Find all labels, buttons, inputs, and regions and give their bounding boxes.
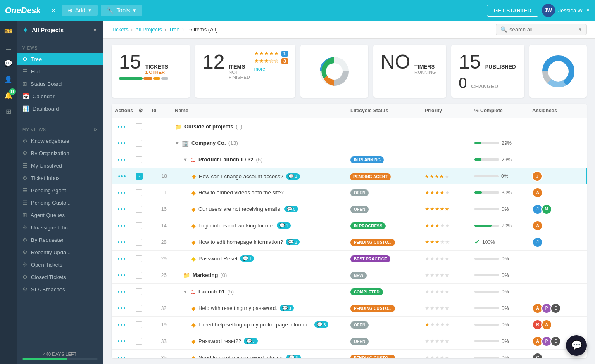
- assignee-avatar: C: [550, 336, 561, 347]
- search-input[interactable]: [509, 26, 576, 33]
- col-settings[interactable]: ⚙: [132, 108, 149, 113]
- status-badge: OPEN: [350, 338, 369, 345]
- row-checkbox[interactable]: [136, 288, 142, 295]
- sidebar-item-pending-custo[interactable]: ☰ Pending Custo...: [17, 196, 103, 209]
- search-box[interactable]: 🔍 ▼: [496, 24, 587, 35]
- tickets-labels: TICKETS 1 OTHER: [145, 64, 168, 75]
- assignee-avatar: J: [532, 237, 543, 248]
- add-button[interactable]: ⊕ Add ▼: [62, 5, 98, 16]
- add-icon: ⊕: [68, 7, 73, 14]
- project-selector-area[interactable]: ✦ All Projects ▼: [17, 21, 103, 40]
- collapse-sidebar-button[interactable]: «: [48, 5, 59, 16]
- table-row[interactable]: ••• 14 ◆ Login info is not working for m…: [112, 217, 587, 234]
- assignee-avatar: J: [532, 171, 543, 182]
- row-checkbox[interactable]: [136, 305, 142, 312]
- row-checkbox[interactable]: [136, 156, 142, 163]
- table-row[interactable]: ••• 29 ◆ Password Reset 💬1 BEST PRACTICE…: [112, 251, 587, 267]
- tickets-icon[interactable]: 🎫: [2, 25, 15, 38]
- sidebar-item-pending-agent[interactable]: ☰ Pending Agent: [17, 184, 103, 196]
- table-row[interactable]: ••• 32 ◆ Help with resetting my password…: [112, 300, 587, 317]
- my-views-section: MY VIEWS ⚙ ⚙ Knowledgebase ⚙ By Organiza…: [17, 122, 103, 299]
- row-checkbox[interactable]: [136, 189, 142, 196]
- row-checkbox-cell: ✓: [133, 170, 149, 182]
- tickets-count: 15 TICKETS 1 OTHER: [119, 50, 168, 80]
- row-actions[interactable]: •••: [112, 137, 132, 149]
- user-dropdown-icon[interactable]: ▼: [586, 8, 590, 13]
- message-badge: 💬1: [240, 255, 254, 262]
- row-id: [149, 157, 171, 162]
- sidebar-item-sla-breaches[interactable]: ⚙ SLA Breaches: [17, 283, 103, 295]
- sidebar-item-status-board[interactable]: ⊞ Status Board: [17, 78, 103, 90]
- sidebar-item-unassigned-tic[interactable]: ⚙ Unassigned Tic...: [17, 221, 103, 234]
- row-checkbox[interactable]: ✓: [136, 173, 143, 180]
- timers-stat-card: NO TIMERS RUNNING: [373, 45, 446, 98]
- messages-icon[interactable]: 💬: [2, 57, 15, 70]
- sidebar-item-knowledgebase[interactable]: ⚙ Knowledgebase: [17, 135, 103, 147]
- row-checkbox[interactable]: [136, 272, 142, 279]
- chat-button[interactable]: 💬: [566, 335, 587, 356]
- sidebar-item-calendar[interactable]: 📅 Calendar: [17, 90, 103, 102]
- get-started-button[interactable]: GET STARTED: [487, 5, 538, 17]
- svg-point-1: [326, 63, 343, 80]
- search-dropdown-icon[interactable]: ▼: [578, 27, 582, 32]
- row-checkbox[interactable]: [136, 206, 142, 213]
- row-checkbox[interactable]: [136, 222, 142, 229]
- sidebar-item-closed-tickets[interactable]: ⚙ Closed Tickets: [17, 271, 103, 283]
- row-checkbox[interactable]: [136, 123, 142, 130]
- sidebar-item-dashboard[interactable]: 📊 Dashboard: [17, 102, 103, 115]
- users-icon[interactable]: 👤: [2, 73, 15, 86]
- my-unsolved-icon: ☰: [22, 162, 28, 169]
- message-badge: 💬3: [314, 321, 328, 328]
- sidebar-item-ticket-inbox[interactable]: ⚙ Ticket Inbox: [17, 172, 103, 184]
- table-row[interactable]: ••• 28 ◆ How to edit homepage informatio…: [112, 234, 587, 251]
- row-checkbox[interactable]: [136, 321, 142, 328]
- breadcrumb-items: 16 items (All): [186, 26, 218, 33]
- tickets-table: Actions ⚙ Id Name Lifecycle Status Prior…: [112, 104, 587, 358]
- row-checkbox[interactable]: [136, 255, 142, 262]
- project-selector[interactable]: ✦ All Projects ▼: [22, 26, 98, 35]
- assignee-avatar: A: [532, 220, 543, 231]
- recently-updated-icon: ⚙: [22, 249, 28, 255]
- row-id: 18: [149, 171, 172, 182]
- sidebar-item-open-tickets[interactable]: ⚙ Open Tickets: [17, 258, 103, 271]
- table-row[interactable]: ••• 16 ◆ Our users are not receiving ema…: [112, 201, 587, 217]
- sidebar-item-agent-queues[interactable]: ⊞ Agent Queues: [17, 209, 103, 221]
- apps-grid-icon[interactable]: ⊞: [3, 105, 14, 118]
- dashboard-icon: 📊: [22, 105, 29, 112]
- sidebar-item-flat[interactable]: ☰ Flat: [17, 65, 103, 78]
- search-icon: 🔍: [500, 26, 507, 33]
- sidebar-item-recently-updated[interactable]: ⚙ Recently Upda...: [17, 246, 103, 258]
- row-checkbox[interactable]: [136, 338, 142, 345]
- row-checkbox-cell: [132, 137, 149, 149]
- sidebar-item-tree[interactable]: ⚙ Tree: [17, 53, 103, 65]
- breadcrumb-tickets[interactable]: Tickets: [112, 26, 129, 33]
- breadcrumb-all-projects[interactable]: All Projects: [135, 26, 162, 33]
- table-row[interactable]: ••• ✓ 18 ◆ How can I change account acce…: [112, 168, 587, 184]
- my-views-settings-icon[interactable]: ⚙: [93, 128, 98, 132]
- row-actions[interactable]: •••: [112, 154, 132, 165]
- column-settings-icon[interactable]: ⚙: [138, 108, 143, 113]
- row-actions[interactable]: •••: [112, 170, 133, 182]
- col-assignees: Assignees: [529, 108, 587, 113]
- notifications-icon[interactable]: 🔔 38: [2, 89, 15, 102]
- sidebar-item-by-organization[interactable]: ⚙ By Organization: [17, 147, 103, 159]
- more-link[interactable]: more: [254, 66, 288, 72]
- row-checkbox[interactable]: [136, 239, 142, 246]
- row-actions[interactable]: •••: [112, 121, 132, 132]
- table-row[interactable]: ••• 19 ◆ I need help setting up my profi…: [112, 317, 587, 333]
- sidebar-item-my-unsolved[interactable]: ☰ My Unsolved: [17, 159, 103, 172]
- flat-icon: ☰: [22, 68, 28, 75]
- status-badge: OPEN: [350, 189, 369, 196]
- breadcrumb-tree[interactable]: Tree: [169, 26, 179, 33]
- row-checkbox[interactable]: [136, 355, 142, 359]
- table-row: ••• ▼ 🗂 Product Launch ID 32 (6) IN PLAN…: [112, 151, 587, 168]
- message-badge: 💬5: [284, 206, 298, 212]
- table-row[interactable]: ••• 33 ◆ Password reset?? 💬3 OPEN ★★★★★ …: [112, 333, 587, 350]
- tasks-icon[interactable]: ☰: [3, 41, 14, 54]
- table-row[interactable]: ••• 35 ◆ Need to reset my password, plea…: [112, 350, 587, 358]
- tools-button[interactable]: 🔧 Tools ▼: [101, 5, 142, 16]
- table-row[interactable]: ••• 1 ◆ How to embed videos onto the sit…: [112, 184, 587, 201]
- views-section: VIEWS ⚙ Tree ☰ Flat ⊞ Status Board 📅 Cal…: [17, 40, 103, 118]
- row-checkbox[interactable]: [136, 140, 142, 147]
- sidebar-item-by-requester[interactable]: ⚙ By Requester: [17, 234, 103, 246]
